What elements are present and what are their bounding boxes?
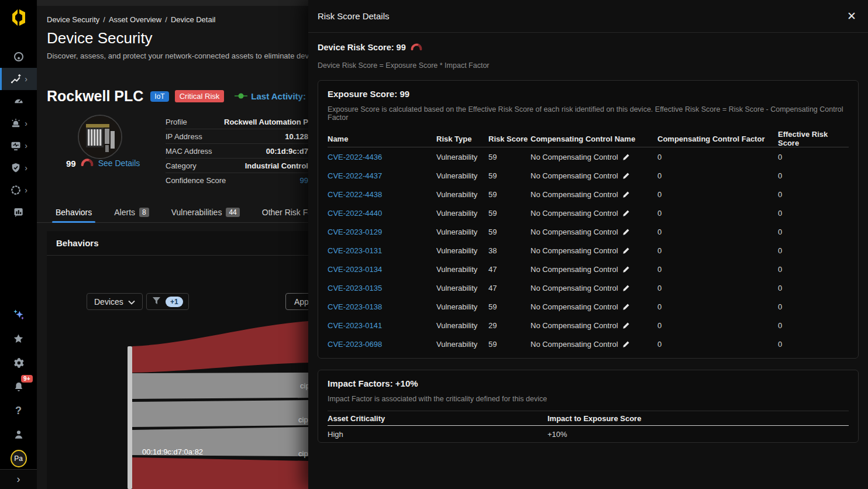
breadcrumb-item[interactable]: Asset Overview: [109, 15, 161, 24]
column-header: Impact to Exposure Score: [547, 414, 849, 423]
claroty-logo[interactable]: [8, 6, 29, 29]
sidebar-item-sparkles[interactable]: [11, 308, 27, 322]
edit-pencil-icon[interactable]: [622, 340, 630, 348]
sidebar-item-person[interactable]: [11, 428, 27, 442]
cve-link[interactable]: CVE-2022-4436: [328, 153, 436, 161]
online-status-icon: [235, 91, 247, 102]
control-name-cell: No Compensating Control: [531, 228, 618, 236]
cve-link[interactable]: CVE-2023-0933: [328, 359, 436, 359]
criticality-cell: High: [328, 430, 547, 439]
siren-icon: [9, 117, 22, 130]
devices-dropdown-label: Devices: [94, 297, 123, 307]
sidebar-item-journey[interactable]: ›: [0, 68, 37, 90]
profile-value[interactable]: 99: [300, 176, 308, 185]
risk-score-cell: 59: [488, 340, 531, 349]
effective-score-cell: 0: [778, 340, 849, 349]
sidebar-item-gauge[interactable]: [0, 90, 37, 112]
impact-description: Impact Factor is associated with the cri…: [328, 395, 849, 403]
cve-link[interactable]: CVE-2023-0141: [328, 321, 436, 330]
filter-icon: [152, 297, 161, 307]
exposure-heading: Exposure Score: 99: [328, 89, 849, 99]
risk-score-cell: 59: [488, 153, 531, 161]
tab-label: Vulnerabilities: [171, 208, 222, 217]
page-title: Device Security: [47, 29, 153, 47]
edit-pencil-icon[interactable]: [622, 247, 630, 254]
cve-link[interactable]: CVE-2023-0131: [328, 246, 436, 255]
device-risk-score-heading: Device Risk Score: 99: [318, 43, 422, 52]
cve-link[interactable]: CVE-2022-4438: [328, 190, 436, 199]
device-risk-score: 99: [66, 159, 76, 168]
gear-icon: [12, 356, 25, 369]
impact-table-body: High +10%: [328, 426, 849, 442]
filter-button[interactable]: +1: [146, 293, 189, 310]
control-factor-cell: 0: [657, 265, 778, 274]
cve-link[interactable]: CVE-2023-0135: [328, 284, 436, 292]
risk-type-cell: Vulnerability: [436, 153, 488, 161]
column-header: Compensating Control Factor: [657, 135, 778, 143]
effective-score-cell: 0: [778, 302, 849, 311]
devices-dropdown[interactable]: Devices: [87, 293, 143, 310]
column-header: Asset Criticality: [328, 414, 547, 423]
sidebar-bottom-items: 9+?Pa: [0, 308, 37, 466]
effective-score-cell: 0: [778, 228, 849, 236]
see-details-link[interactable]: See Details: [98, 159, 140, 168]
control-factor-cell: 0: [657, 190, 778, 199]
gauge-icon: [12, 95, 25, 108]
column-header: Compensating Control Name: [531, 135, 657, 143]
profile-label: MAC Address: [166, 147, 212, 156]
cve-link[interactable]: CVE-2022-4437: [328, 171, 436, 180]
edit-pencil-icon[interactable]: [622, 228, 630, 236]
edit-pencil-icon[interactable]: [622, 191, 630, 198]
risk-type-cell: Vulnerability: [436, 228, 488, 236]
sparkles-icon: [12, 308, 25, 321]
cve-link[interactable]: CVE-2023-0134: [328, 265, 436, 274]
cve-link[interactable]: CVE-2022-4440: [328, 209, 436, 218]
tab-behaviors[interactable]: Behaviors: [56, 208, 92, 222]
table-row: High +10%: [328, 426, 849, 442]
sidebar-item-monitor-pulse[interactable]: ›: [0, 135, 37, 157]
edit-pencil-icon[interactable]: [622, 172, 630, 180]
table-row: CVE-2023-0131 Vulnerability 38 No Compen…: [328, 241, 849, 260]
impact-factors-card: Impact Factors: +10% Impact Factor is as…: [318, 370, 859, 443]
sidebar-item-question[interactable]: ?: [11, 404, 27, 418]
close-icon[interactable]: ✕: [847, 11, 856, 22]
control-name-cell: No Compensating Control: [531, 153, 618, 161]
edit-pencil-icon[interactable]: [622, 322, 630, 329]
edit-pencil-icon[interactable]: [622, 209, 630, 217]
control-factor-cell: 0: [657, 153, 778, 161]
effective-score-cell: 0: [778, 190, 849, 199]
sidebar-item-siren[interactable]: ›: [0, 112, 37, 135]
breadcrumb-item[interactable]: Device Detail: [171, 15, 216, 24]
sidebar-item-gear[interactable]: [11, 356, 27, 370]
sidebar-item-shield-check[interactable]: ›: [0, 157, 37, 179]
risk-score-cell: 47: [488, 284, 531, 292]
breadcrumb-item[interactable]: Device Security: [47, 15, 99, 24]
tab-alerts[interactable]: Alerts8: [114, 208, 149, 222]
user-avatar[interactable]: Pa: [11, 452, 27, 466]
profile-value: 00:1d:9c:d7: [266, 147, 308, 156]
table-row: CVE-2023-0129 Vulnerability 59 No Compen…: [328, 222, 849, 241]
sidebar-item-star[interactable]: [11, 332, 27, 346]
sidebar-item-bar-chart[interactable]: [0, 201, 37, 223]
table-row: CVE-2023-0141 Vulnerability 29 No Compen…: [328, 316, 849, 335]
question-icon: ?: [12, 404, 25, 417]
edit-pencil-icon[interactable]: [622, 266, 630, 273]
sidebar-item-focus[interactable]: [0, 46, 37, 68]
tab-vulnerabilities[interactable]: Vulnerabilities44: [171, 208, 240, 222]
control-factor-cell: 0: [657, 284, 778, 292]
device-image: [78, 115, 122, 159]
chevron-right-icon: ›: [25, 186, 27, 194]
cve-link[interactable]: CVE-2023-0138: [328, 302, 436, 311]
control-name-cell: No Compensating Control: [531, 302, 618, 311]
cve-link[interactable]: CVE-2023-0698: [328, 340, 436, 349]
sidebar-item-dotted-circle[interactable]: ›: [0, 179, 37, 201]
edit-pencil-icon[interactable]: [622, 153, 630, 161]
last-activity-label: Last Activity:: [251, 91, 306, 101]
profile-row: Confidence Score 99: [166, 173, 308, 188]
sidebar-expand-button[interactable]: ›: [0, 469, 37, 489]
sidebar-item-bell[interactable]: 9+: [11, 380, 27, 394]
cve-link[interactable]: CVE-2023-0129: [328, 228, 436, 236]
edit-pencil-icon[interactable]: [622, 284, 630, 292]
risk-score-cell: 58: [488, 359, 531, 359]
edit-pencil-icon[interactable]: [622, 303, 630, 311]
